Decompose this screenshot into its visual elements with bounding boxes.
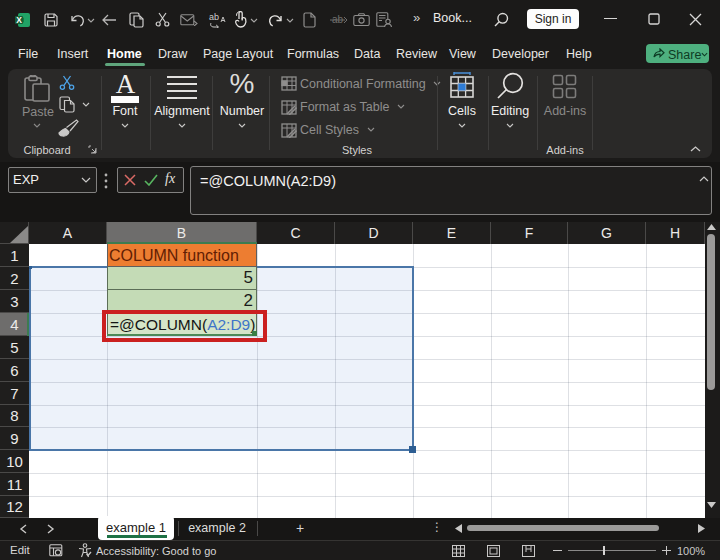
svg-text:ab: ab [209,12,219,22]
svg-text:X: X [16,15,22,25]
